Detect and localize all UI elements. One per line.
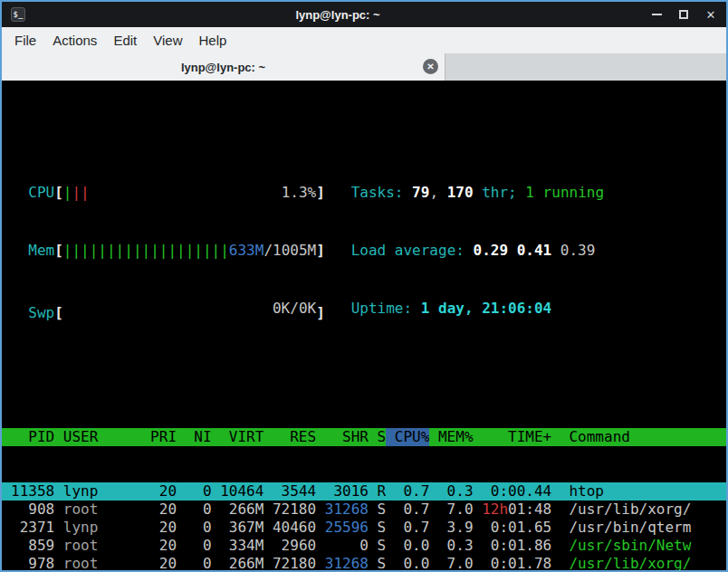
column-header-cpu[interactable]: CPU% [386,428,429,446]
column-header-pid[interactable]: PID [11,428,54,446]
terminal-tab[interactable]: lynp@lyn-pc: ~ ✕ [2,53,445,81]
window-title: lynp@lyn-pc: ~ [25,8,650,22]
cell-res: 72180 [263,555,316,570]
cell-cpu: 0.7 [386,519,429,537]
maximize-button[interactable] [677,8,690,21]
menu-view[interactable]: View [145,30,190,51]
cell-time: 0:01.86 [474,537,552,555]
terminal-screen[interactable]: CPU[|||1.3%] Mem[|||||||||||||||||||633M… [2,81,726,570]
load-average-info: Load average: 0.290.410.39 [351,242,726,263]
maximize-icon [679,10,688,19]
cell-virt: 10464 [212,482,264,500]
tab-bar: lynp@lyn-pc: ~ ✕ [2,53,726,81]
cell-cmd: /usr/bin/qterm [551,519,726,537]
column-header-res[interactable]: RES [263,428,316,446]
minimize-icon [652,14,662,15]
cell-mem: 0.3 [429,537,473,555]
load-5min: 0.41 [517,242,552,259]
process-table-header: PIDUSERPRINIVIRTRESSHRSCPU%MEM%TIME+Comm… [2,428,726,446]
running-count: 1 running [525,184,604,201]
cell-res: 2960 [263,537,316,555]
cell-mem: 0.3 [429,482,473,500]
menu-edit[interactable]: Edit [105,30,145,51]
cell-virt: 334M [212,537,264,555]
column-header-pri[interactable]: PRI [141,428,177,446]
cell-shr: 31268 [316,555,369,570]
cell-virt: 367M [212,519,264,537]
cell-virt: 266M [212,555,264,570]
tasks-count: 79 [412,184,429,201]
cpu-meter: CPU[|||1.3%] [11,184,351,205]
load-1min: 0.29 [474,242,509,259]
cell-ni: 0 [177,500,212,519]
process-row[interactable]: 859root200334M29600S0.00.30:01.86/usr/sb… [2,537,726,555]
swap-meter: Swp[0K/0K] [11,300,351,321]
cpu-meter-value: 1.3% [282,184,317,202]
cell-pid: 978 [11,555,54,570]
cell-shr: 3016 [316,482,369,500]
column-header-ni[interactable]: NI [177,428,212,446]
info-column: Tasks: 79, 170 thr; 1 running Load avera… [351,148,726,358]
cell-pri: 20 [141,519,177,537]
process-row[interactable]: 11358lynp2001046435443016R0.70.30:00.44h… [2,482,726,500]
memory-meter-bars: ||||||||||||||||||| [63,242,229,260]
cpu-meter-bars: ||| [63,184,90,202]
column-header-s[interactable]: S [369,428,386,446]
window-controls: ✕ [650,8,717,21]
menu-help[interactable]: Help [190,30,235,51]
column-header-virt[interactable]: VIRT [212,428,264,446]
cell-res: 40460 [263,519,316,537]
cell-pid: 2371 [11,519,54,537]
memory-meter: Mem[|||||||||||||||||||633M/1005M] [11,242,351,263]
cell-s: S [369,537,386,555]
load-15min: 0.39 [560,242,596,259]
menu-file[interactable]: File [6,30,44,51]
cell-s: S [369,500,386,519]
cell-ni: 0 [177,537,212,555]
cell-pri: 20 [141,482,177,500]
column-header-shr[interactable]: SHR [316,428,369,446]
cell-time: 0:00.44 [474,482,552,500]
process-row[interactable]: 2371lynp200367M4046025596S0.73.90:01.65/… [2,519,726,537]
tab-close-icon: ✕ [426,62,434,72]
cell-pri: 20 [141,537,177,555]
cell-cpu: 0.7 [386,500,429,519]
tab-close-button[interactable]: ✕ [423,59,438,74]
cell-cmd: /usr/sbin/Netw [551,537,726,555]
title-bar[interactable]: $_ lynp@lyn-pc: ~ ✕ [2,2,726,27]
cell-ni: 0 [177,482,212,500]
tasks-info: Tasks: 79, 170 thr; 1 running [351,184,726,205]
uptime-info: Uptime: 1 day, 21:06:04 [351,300,726,321]
threads-count: 170 [447,184,474,201]
cell-res: 72180 [263,500,316,519]
cell-s: S [369,519,386,537]
cell-cmd: /usr/lib/xorg/ [551,555,726,570]
cell-shr: 0 [316,537,369,555]
cell-time: 0:01.65 [474,519,552,537]
column-header-time[interactable]: TIME+ [474,428,552,446]
menu-actions[interactable]: Actions [44,30,105,51]
cell-user: root [54,537,141,555]
column-header-cmd[interactable]: Command [551,428,726,446]
column-header-mem[interactable]: MEM% [429,428,473,446]
swap-meter-value: 0K/0K [273,300,316,318]
terminal-app-icon: $_ [11,7,25,22]
process-row[interactable]: 908root200266M7218031268S0.77.012h01:48/… [2,500,726,519]
terminal-window: $_ lynp@lyn-pc: ~ ✕ File Actions Edit Vi… [0,0,728,572]
close-button[interactable]: ✕ [704,8,717,21]
cell-pid: 859 [11,537,54,555]
cell-mem: 3.9 [429,519,473,537]
cell-user: lynp [54,482,141,500]
menu-bar: File Actions Edit View Help [2,27,726,53]
process-row[interactable]: 978root200266M7218031268S0.07.00:01.78/u… [2,555,726,570]
cell-time: 0:01.78 [474,555,552,570]
cpu-meter-label: CPU [28,184,54,201]
minimize-button[interactable] [650,8,663,21]
cell-user: lynp [54,519,141,537]
cell-virt: 266M [212,500,264,519]
cell-pid: 11358 [11,482,54,500]
cell-pri: 20 [141,555,177,570]
column-header-user[interactable]: USER [54,428,141,446]
cell-cpu: 0.0 [386,537,429,555]
cell-cpu: 0.7 [386,482,429,500]
